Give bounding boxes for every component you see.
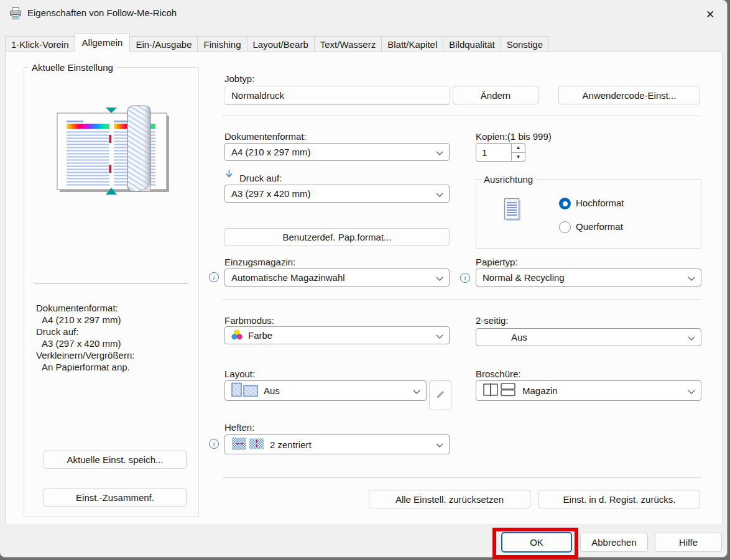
tab-strip: 1-Klick-Vorein Allgemein Ein-/Ausgabe Fi… bbox=[5, 33, 549, 52]
paper-type-info-icon[interactable]: i bbox=[460, 273, 470, 283]
chevron-down-icon bbox=[436, 147, 443, 157]
input-tray-value: Automatische Magazinwahl bbox=[231, 272, 345, 283]
reset-register-settings-button[interactable]: Einst. in d. Regist. zurücks. bbox=[538, 490, 700, 508]
cancel-button[interactable]: Abbrechen bbox=[580, 533, 648, 552]
tab-layout-bearb[interactable]: Layout/Bearb bbox=[247, 36, 315, 52]
staple-value: 2 zentriert bbox=[270, 439, 312, 450]
tab-1-klick-vorein[interactable]: 1-Klick-Vorein bbox=[5, 36, 75, 52]
copies-stepper[interactable]: 1 ▲ ▼ bbox=[476, 143, 525, 162]
ok-button[interactable]: OK bbox=[501, 532, 572, 553]
tab-sonstige[interactable]: Sonstige bbox=[501, 36, 549, 52]
input-tray-select[interactable]: Automatische Magazinwahl bbox=[224, 269, 450, 287]
document-format-value: A4 (210 x 297 mm) bbox=[231, 147, 311, 157]
tab-finishing[interactable]: Finishing bbox=[197, 36, 247, 52]
curled-page bbox=[127, 106, 150, 191]
portrait-radio-label: Hochformat bbox=[576, 198, 624, 208]
title-bar: Eigenschaften von Follow-Me-Ricoh ✕ bbox=[0, 0, 727, 28]
custom-paper-size-button[interactable]: Benutzerdef. Pap.format... bbox=[224, 228, 450, 246]
layout-select[interactable]: Aus bbox=[224, 380, 427, 401]
paper-type-label: Papiertyp: bbox=[476, 257, 518, 267]
chevron-down-icon bbox=[436, 330, 443, 341]
save-current-settings-button[interactable]: Aktuelle Einst. speich... bbox=[44, 451, 187, 469]
staple-mark bbox=[109, 165, 111, 173]
copies-value[interactable]: 1 bbox=[476, 144, 511, 161]
staple-label: Heften: bbox=[224, 422, 254, 433]
divider-2 bbox=[223, 299, 701, 300]
document-format-select[interactable]: A4 (210 x 297 mm) bbox=[224, 143, 450, 161]
staple-pages-icon bbox=[231, 436, 265, 453]
tab-bildqualitaet[interactable]: Bildqualität bbox=[443, 36, 501, 52]
document-format-label: Dokumentenformat: bbox=[224, 131, 307, 142]
reset-all-settings-button[interactable]: Alle Einstell. zurücksetzen bbox=[369, 490, 530, 508]
staple-info-icon[interactable]: i bbox=[209, 439, 219, 449]
copies-up-button[interactable]: ▲ bbox=[512, 144, 525, 153]
duplex-select[interactable]: Aus bbox=[476, 328, 701, 346]
pencil-icon bbox=[435, 389, 446, 402]
input-tray-info-icon[interactable]: i bbox=[209, 272, 219, 282]
print-preview-image bbox=[31, 93, 190, 204]
tab-ein-ausgabe[interactable]: Ein-/Ausgabe bbox=[129, 36, 198, 52]
layout-value: Aus bbox=[264, 385, 280, 396]
tab-allgemein[interactable]: Allgemein bbox=[75, 33, 131, 52]
summary-docformat-label: Dokumentenformat: bbox=[36, 302, 134, 314]
paper-type-value: Normal & Recycling bbox=[483, 272, 565, 283]
left-panel-divider bbox=[34, 283, 188, 283]
copies-label: Kopien:(1 bis 999) bbox=[476, 131, 552, 142]
duplex-label: 2-seitig: bbox=[476, 315, 509, 326]
paper-type-select[interactable]: Normal & Recycling bbox=[476, 269, 701, 287]
chevron-down-icon bbox=[688, 332, 695, 342]
summary-printon-value: A3 (297 x 420 mm) bbox=[36, 337, 134, 349]
print-on-value: A3 (297 x 420 mm) bbox=[231, 188, 311, 199]
color-mode-value: Farbe bbox=[248, 330, 272, 341]
chevron-down-icon bbox=[413, 385, 420, 396]
current-settings-title: Aktuelle Einstellung bbox=[29, 62, 116, 73]
chevron-down-icon bbox=[436, 439, 443, 450]
landscape-radio-label: Querformat bbox=[576, 221, 623, 232]
layout-label: Layout: bbox=[224, 369, 255, 379]
printer-icon bbox=[9, 7, 22, 23]
booklet-label: Broschüre: bbox=[476, 369, 521, 379]
divider-3 bbox=[223, 477, 701, 478]
layout-pages-icon bbox=[231, 382, 259, 399]
chevron-down-icon bbox=[436, 272, 443, 283]
staple-select[interactable]: 2 zentriert bbox=[224, 434, 450, 454]
feed-direction-arrow-top bbox=[106, 108, 117, 113]
window-title: Eigenschaften von Follow-Me-Ricoh bbox=[27, 7, 177, 18]
input-tray-label: Einzugsmagazin: bbox=[224, 257, 295, 267]
booklet-value: Magazin bbox=[522, 385, 558, 396]
layout-edit-button[interactable] bbox=[429, 380, 451, 410]
change-jobtype-button[interactable]: Ändern bbox=[453, 86, 538, 104]
landscape-radio[interactable] bbox=[559, 221, 571, 233]
color-cmy-icon bbox=[231, 329, 243, 342]
tab-text-wasserz[interactable]: Text/Wasserz bbox=[314, 36, 382, 52]
copies-down-button[interactable]: ▼ bbox=[512, 153, 525, 162]
divider-1 bbox=[223, 116, 701, 116]
booklet-magazine-icon bbox=[483, 382, 517, 400]
chevron-down-icon bbox=[688, 385, 695, 396]
tab-blatt-kapitel[interactable]: Blatt/Kapitel bbox=[381, 36, 443, 52]
close-button[interactable]: ✕ bbox=[701, 5, 719, 24]
usercode-settings-button[interactable]: Anwendercode-Einst... bbox=[558, 86, 700, 104]
portrait-page-icon bbox=[502, 198, 522, 226]
summary-scaling-label: Verkleinern/Vergrößern: bbox=[36, 349, 134, 361]
summary-scaling-value: An Papierformat anp. bbox=[36, 361, 134, 373]
printer-properties-dialog: Eigenschaften von Follow-Me-Ricoh ✕ 1-Kl… bbox=[0, 0, 728, 558]
print-on-select[interactable]: A3 (297 x 420 mm) bbox=[224, 185, 450, 203]
orientation-group-title: Ausrichtung bbox=[481, 174, 536, 185]
print-on-label: Druck auf: bbox=[239, 173, 282, 183]
color-mode-label: Farbmodus: bbox=[224, 315, 274, 326]
scale-down-arrow-icon bbox=[224, 168, 234, 183]
settings-summary: Dokumentenformat: A4 (210 x 297 mm) Druc… bbox=[36, 302, 134, 373]
color-mode-select[interactable]: Farbe bbox=[224, 326, 450, 344]
summary-printon-label: Druck auf: bbox=[36, 326, 134, 337]
help-button[interactable]: Hilfe bbox=[655, 533, 722, 552]
booklet-select[interactable]: Magazin bbox=[476, 380, 701, 401]
staple-mark bbox=[109, 135, 111, 143]
duplex-value: Aus bbox=[511, 332, 527, 342]
settings-summary-button[interactable]: Einst.-Zusammenf. bbox=[44, 489, 187, 507]
chevron-down-icon bbox=[436, 188, 443, 199]
summary-docformat-value: A4 (210 x 297 mm) bbox=[36, 314, 134, 326]
portrait-radio[interactable] bbox=[559, 198, 571, 209]
jobtype-input[interactable]: Normaldruck bbox=[224, 86, 450, 104]
jobtype-label: Jobtyp: bbox=[224, 73, 254, 84]
